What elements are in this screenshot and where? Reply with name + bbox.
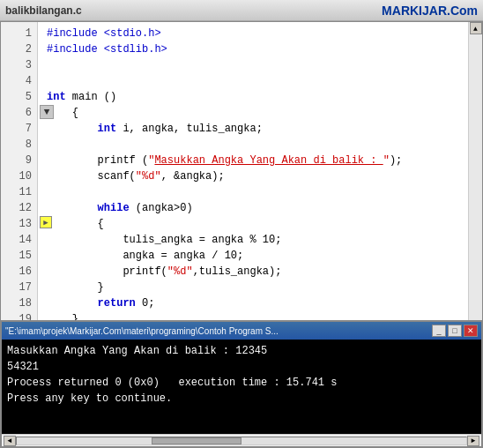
- code-line-17: }: [47, 280, 463, 295]
- code-line-14: tulis_angka = angka % 10;: [47, 232, 463, 248]
- terminal-close-btn[interactable]: ✕: [464, 325, 478, 337]
- code-line-2: #include <stdlib.h>: [47, 41, 463, 57]
- line-num-14: 14: [1, 232, 37, 248]
- line-num-8: 8: [1, 137, 37, 153]
- code-line-1: #include <stdio.h>: [47, 26, 463, 41]
- code-line-18: return 0;: [47, 295, 463, 311]
- terminal-window: "E:\imam\projek\Markijar.Com\materi\prog…: [0, 320, 483, 448]
- terminal-maximize-btn[interactable]: □: [448, 325, 462, 337]
- code-line-8: [47, 137, 463, 153]
- code-line-11: [47, 184, 463, 200]
- scroll-up-btn[interactable]: ▲: [470, 22, 482, 34]
- code-line-3: [47, 57, 463, 73]
- code-editor: 1 2 3 4 5 6 7 8 9 10 11 12 13 14 15 16 1…: [0, 21, 483, 339]
- line-numbers: 1 2 3 4 5 6 7 8 9 10 11 12 13 14 15 16 1…: [1, 22, 38, 338]
- terminal-scrollbar[interactable]: ◄ ►: [2, 434, 481, 446]
- terminal-controls: _ □ ✕: [432, 325, 478, 337]
- line-num-12: 12: [1, 200, 37, 216]
- code-line-6: {: [47, 105, 463, 121]
- code-line-9: printf ("Masukkan Angka Yang Akan di bal…: [47, 153, 463, 168]
- line-num-10: 10: [1, 168, 37, 184]
- code-line-12: while (angka>0): [47, 200, 463, 216]
- code-line-10: scanf("%d", &angka);: [47, 168, 463, 184]
- terminal-body: Masukkan Angka Yang Akan di balik : 1234…: [2, 340, 481, 434]
- line-num-17: 17: [1, 280, 37, 295]
- hscroll-right-btn[interactable]: ►: [467, 436, 479, 446]
- line-num-1: 1: [1, 26, 37, 41]
- brand-label: MARKIJAR.Com: [382, 4, 478, 18]
- terminal-line-3: Process returned 0 (0x0) execution time …: [7, 375, 476, 391]
- terminal-title-text: "E:\imam\projek\Markijar.Com\materi\prog…: [5, 326, 279, 336]
- line-num-16: 16: [1, 264, 37, 280]
- code-line-15: angka = angka / 10;: [47, 248, 463, 264]
- line-num-11: 11: [1, 184, 37, 200]
- line-num-9: 9: [1, 153, 37, 168]
- terminal-line-1: Masukkan Angka Yang Akan di balik : 1234…: [7, 343, 476, 359]
- terminal-minimize-btn[interactable]: _: [432, 325, 446, 337]
- line-num-7: 7: [1, 121, 37, 137]
- code-line-13: {: [47, 216, 463, 232]
- title-bar: balikbilangan.c MARKIJAR.Com: [0, 0, 483, 21]
- hscroll-thumb[interactable]: [152, 437, 242, 444]
- filename-label: balikbilangan.c: [5, 4, 82, 17]
- hscroll-left-btn[interactable]: ◄: [4, 436, 16, 446]
- line-num-15: 15: [1, 248, 37, 264]
- code-line-4: [47, 73, 463, 89]
- line-num-13: 13: [1, 216, 37, 232]
- main-window: balikbilangan.c MARKIJAR.Com 1 2 3 4 5 6…: [0, 0, 483, 448]
- code-line-5: int main (): [47, 89, 463, 105]
- terminal-title-bar: "E:\imam\projek\Markijar.Com\materi\prog…: [2, 322, 481, 340]
- line-num-2: 2: [1, 41, 37, 57]
- hscroll-track[interactable]: [16, 437, 467, 445]
- terminal-line-2: 54321: [7, 359, 476, 375]
- line-num-5: 5: [1, 89, 37, 105]
- line-num-6: 6: [1, 105, 37, 121]
- terminal-line-4: Press any key to continue.: [7, 391, 476, 407]
- code-line-16: printf("%d",tulis_angka);: [47, 264, 463, 280]
- line-num-3: 3: [1, 57, 37, 73]
- line-num-18: 18: [1, 295, 37, 311]
- line-num-4: 4: [1, 73, 37, 89]
- vertical-scrollbar[interactable]: ▲ ▼: [468, 22, 482, 338]
- code-line-7: int i, angka, tulis_angka;: [47, 121, 463, 137]
- code-content[interactable]: #include <stdio.h> #include <stdlib.h> i…: [38, 22, 468, 338]
